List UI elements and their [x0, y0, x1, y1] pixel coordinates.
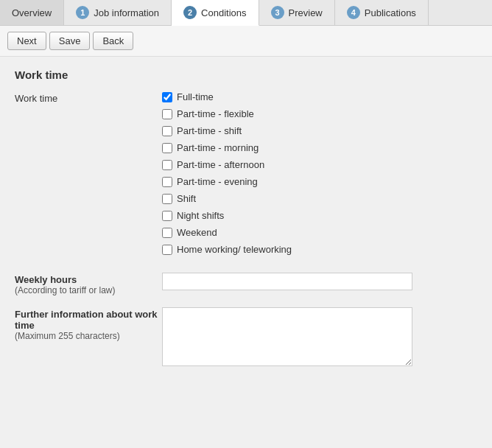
checkbox-label-night-shifts[interactable]: Night shifts: [177, 210, 224, 221]
checkbox-night-shifts[interactable]: [162, 211, 172, 221]
tab-job-information-label: Job information: [94, 7, 159, 18]
weekly-hours-controls: [162, 273, 477, 295]
further-info-textarea[interactable]: [162, 307, 412, 366]
save-button[interactable]: Save: [49, 32, 91, 50]
tab-bar: Overview 1 Job information 2 Conditions …: [0, 0, 492, 26]
checkbox-home-working[interactable]: [162, 245, 172, 255]
work-time-row: Work time Full-timePart-time - flexibleP…: [15, 91, 477, 261]
checkbox-item: Part-time - evening: [162, 176, 477, 187]
back-button[interactable]: Back: [93, 32, 133, 50]
further-info-label: Further information about work time (Max…: [15, 307, 162, 368]
toolbar: Next Save Back: [0, 26, 492, 57]
checkbox-label-part-time-afternoon[interactable]: Part-time - afternoon: [177, 159, 264, 170]
checkbox-item: Full-time: [162, 91, 477, 102]
checkbox-label-weekend[interactable]: Weekend: [177, 227, 217, 238]
weekly-hours-label: Weekly hours (According to tariff or law…: [15, 273, 162, 295]
main-content: Work time Work time Full-timePart-time -…: [0, 57, 492, 392]
weekly-hours-row: Weekly hours (According to tariff or law…: [15, 273, 477, 295]
tab-job-information[interactable]: 1 Job information: [64, 0, 172, 25]
tab-preview-label: Preview: [289, 7, 323, 18]
tab-publications-label: Publications: [365, 7, 416, 18]
checkbox-part-time-afternoon[interactable]: [162, 160, 172, 170]
checkbox-full-time[interactable]: [162, 92, 172, 102]
tab-conditions-label: Conditions: [201, 7, 246, 18]
checkbox-item: Part-time - flexible: [162, 108, 477, 119]
checkbox-label-part-time-morning[interactable]: Part-time - morning: [177, 142, 259, 153]
checkbox-item: Part-time - morning: [162, 142, 477, 153]
tab-conditions[interactable]: 2 Conditions: [172, 0, 259, 26]
section-title: Work time: [15, 69, 477, 81]
checkbox-label-part-time-shift[interactable]: Part-time - shift: [177, 125, 242, 136]
tab-overview[interactable]: Overview: [0, 0, 64, 25]
checkbox-label-home-working[interactable]: Home working/ teleworking: [177, 244, 292, 255]
tab-preview[interactable]: 3 Preview: [259, 0, 335, 25]
checkbox-part-time-flexible[interactable]: [162, 109, 172, 119]
work-time-checkboxes: Full-timePart-time - flexiblePart-time -…: [162, 91, 477, 261]
tab-publications-number: 4: [347, 6, 360, 19]
checkbox-item: Part-time - shift: [162, 125, 477, 136]
checkbox-item: Night shifts: [162, 210, 477, 221]
checkbox-weekend[interactable]: [162, 228, 172, 238]
checkbox-item: Part-time - afternoon: [162, 159, 477, 170]
tab-job-information-number: 1: [76, 6, 89, 19]
checkbox-part-time-morning[interactable]: [162, 143, 172, 153]
work-time-label: Work time: [15, 91, 162, 261]
checkbox-label-part-time-flexible[interactable]: Part-time - flexible: [177, 108, 254, 119]
checkbox-item: Shift: [162, 193, 477, 204]
weekly-hours-input[interactable]: [162, 273, 412, 290]
checkbox-item: Home working/ teleworking: [162, 244, 477, 255]
checkbox-label-full-time[interactable]: Full-time: [177, 91, 214, 102]
checkbox-part-time-evening[interactable]: [162, 177, 172, 187]
checkbox-item: Weekend: [162, 227, 477, 238]
checkbox-label-shift[interactable]: Shift: [177, 193, 196, 204]
tab-overview-label: Overview: [12, 7, 52, 18]
checkbox-label-part-time-evening[interactable]: Part-time - evening: [177, 176, 258, 187]
checkbox-shift[interactable]: [162, 194, 172, 204]
further-info-row: Further information about work time (Max…: [15, 307, 477, 368]
checkbox-part-time-shift[interactable]: [162, 126, 172, 136]
tab-conditions-number: 2: [183, 6, 197, 19]
tab-preview-number: 3: [271, 6, 284, 19]
further-info-controls: [162, 307, 477, 368]
tab-publications[interactable]: 4 Publications: [335, 0, 429, 25]
next-button[interactable]: Next: [7, 32, 46, 50]
